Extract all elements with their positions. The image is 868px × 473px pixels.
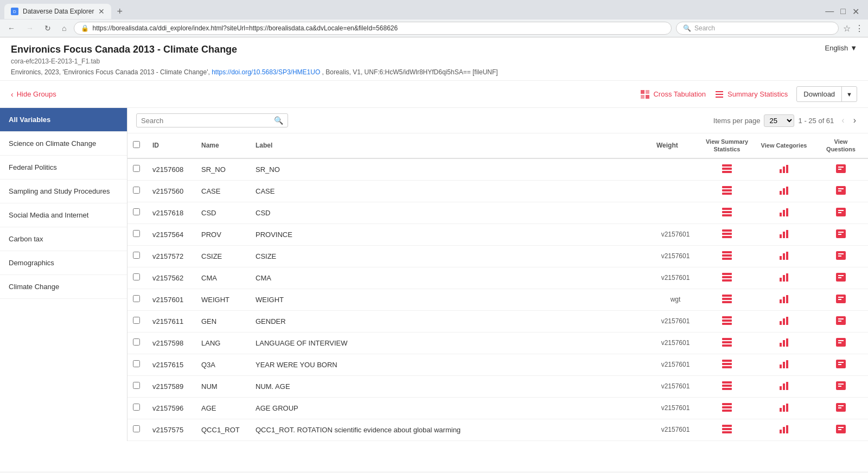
row-view-categories[interactable] [754,419,814,440]
row-checkbox[interactable] [133,338,140,346]
view-categories-icon[interactable] [778,164,789,174]
row-view-categories[interactable] [754,158,814,181]
view-summary-icon[interactable] [722,424,732,434]
view-questions-icon[interactable] [835,294,846,304]
sidebar-item-all-variables[interactable]: All Variables [0,108,127,132]
view-summary-icon[interactable] [722,337,732,347]
view-questions-icon[interactable] [835,251,846,260]
row-checkbox[interactable] [133,208,140,215]
window-close[interactable]: ✕ [852,7,859,17]
row-view-summary[interactable] [700,354,754,375]
sidebar-item-science-climate[interactable]: Science on Climate Change [0,132,127,156]
row-view-questions[interactable] [814,375,868,397]
new-tab-button[interactable]: + [113,6,126,17]
sidebar-item-sampling-study[interactable]: Sampling and Study Procedures [0,180,127,203]
row-view-categories[interactable] [754,245,814,267]
row-checkbox[interactable] [133,360,140,367]
view-summary-icon[interactable] [722,316,732,325]
view-summary-icon[interactable] [722,164,732,174]
view-summary-icon[interactable] [722,229,732,239]
row-view-categories[interactable] [754,397,814,419]
row-view-categories[interactable] [754,267,814,289]
view-categories-icon[interactable] [778,424,789,434]
view-categories-icon[interactable] [778,316,789,325]
row-view-summary[interactable] [700,332,754,354]
row-view-categories[interactable] [754,354,814,375]
row-checkbox[interactable] [133,230,140,237]
cross-tabulation-button[interactable]: Cross Tabulation [640,90,706,99]
row-view-summary[interactable] [700,310,754,332]
row-view-summary[interactable] [700,397,754,419]
url-bar[interactable]: 🔒 https://borealisdata.ca/ddi_explore/in… [74,22,672,35]
row-checkbox[interactable] [133,295,140,302]
language-selector[interactable]: English ▼ [825,44,857,52]
search-input[interactable] [141,117,271,125]
row-checkbox[interactable] [133,404,140,411]
view-questions-icon[interactable] [835,186,846,195]
view-questions-icon[interactable] [835,402,846,412]
row-view-summary[interactable] [700,245,754,267]
view-questions-icon[interactable] [835,381,846,391]
window-maximize[interactable]: □ [840,7,846,17]
row-checkbox[interactable] [133,382,140,389]
sidebar-item-federal-politics[interactable]: Federal Politics [0,156,127,180]
view-summary-icon[interactable] [722,272,732,282]
row-view-summary[interactable] [700,180,754,202]
row-view-summary[interactable] [700,267,754,289]
sidebar-item-social-media[interactable]: Social Media and Internet [0,203,127,227]
view-questions-icon[interactable] [835,424,846,434]
row-view-questions[interactable] [814,267,868,289]
row-view-questions[interactable] [814,354,868,375]
row-view-questions[interactable] [814,180,868,202]
view-summary-icon[interactable] [722,251,732,260]
next-page-button[interactable]: › [850,114,859,126]
citation-link[interactable]: https://doi.org/10.5683/SP3/HME1UO [212,68,320,76]
view-categories-icon[interactable] [778,337,789,347]
view-categories-icon[interactable] [778,229,789,239]
sidebar-item-demographics[interactable]: Demographics [0,251,127,275]
row-view-categories[interactable] [754,202,814,223]
row-view-summary[interactable] [700,289,754,310]
row-view-questions[interactable] [814,158,868,181]
tab-close-button[interactable]: ✕ [98,7,105,16]
summary-statistics-button[interactable]: Summary Statistics [714,90,788,98]
view-questions-icon[interactable] [835,164,846,174]
items-per-page-select[interactable]: 25 50 100 [764,114,794,127]
view-categories-icon[interactable] [778,272,789,282]
bookmark-icon[interactable]: ☆ [843,23,851,34]
download-button[interactable]: Download ▼ [796,86,857,102]
row-view-questions[interactable] [814,310,868,332]
row-checkbox[interactable] [133,165,140,172]
reload-button[interactable]: ↻ [41,22,54,35]
row-checkbox[interactable] [133,187,140,194]
row-view-categories[interactable] [754,289,814,310]
view-questions-icon[interactable] [835,316,846,325]
row-view-summary[interactable] [700,158,754,181]
view-categories-icon[interactable] [778,251,789,260]
view-categories-icon[interactable] [778,294,789,304]
row-view-categories[interactable] [754,310,814,332]
view-summary-icon[interactable] [722,402,732,412]
row-view-summary[interactable] [700,419,754,440]
row-view-summary[interactable] [700,202,754,223]
view-questions-icon[interactable] [835,229,846,239]
view-summary-icon[interactable] [722,381,732,391]
row-view-categories[interactable] [754,223,814,245]
row-view-questions[interactable] [814,202,868,223]
view-questions-icon[interactable] [835,359,846,369]
hide-groups-button[interactable]: ‹ Hide Groups [11,90,56,99]
chrome-search-bar[interactable]: 🔍 Search [676,22,839,35]
row-view-questions[interactable] [814,289,868,310]
download-arrow-icon[interactable]: ▼ [842,88,857,101]
row-view-categories[interactable] [754,332,814,354]
view-categories-icon[interactable] [778,359,789,369]
view-categories-icon[interactable] [778,402,789,412]
view-categories-icon[interactable] [778,381,789,391]
window-minimize[interactable]: — [825,7,834,17]
sidebar-item-carbon-tax[interactable]: Carbon tax [0,227,127,251]
view-questions-icon[interactable] [835,207,846,217]
view-summary-icon[interactable] [722,294,732,304]
view-summary-icon[interactable] [722,207,732,217]
select-all-checkbox[interactable] [133,141,140,148]
view-categories-icon[interactable] [778,186,789,195]
